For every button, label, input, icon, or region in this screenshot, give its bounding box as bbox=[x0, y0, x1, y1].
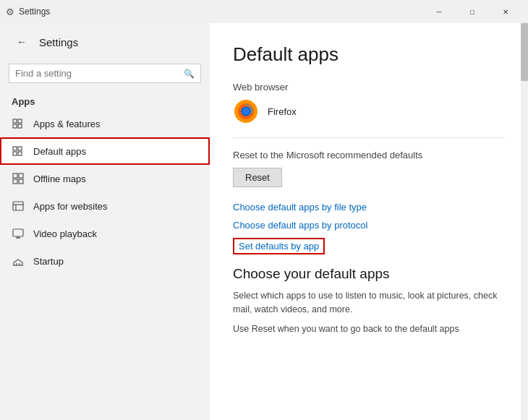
scrollbar-track bbox=[521, 23, 528, 420]
svg-rect-3 bbox=[18, 124, 22, 128]
minimize-button[interactable]: ─ bbox=[422, 0, 456, 23]
scrollbar-thumb[interactable] bbox=[521, 23, 528, 81]
sidebar-section-label: Apps bbox=[0, 92, 210, 110]
svg-rect-5 bbox=[13, 152, 17, 155]
back-button[interactable]: ← bbox=[12, 32, 32, 52]
svg-rect-7 bbox=[18, 152, 22, 155]
description-2: Use Reset when you want to go back to th… bbox=[233, 322, 505, 336]
choose-heading: Choose your default apps bbox=[233, 266, 505, 282]
svg-rect-11 bbox=[19, 179, 23, 184]
main-layout: ← Settings 🔍 Apps Apps & features bbox=[0, 23, 528, 420]
svg-rect-0 bbox=[13, 119, 17, 123]
svg-point-24 bbox=[242, 108, 250, 115]
sidebar-item-label-offline-maps: Offline maps bbox=[33, 173, 86, 184]
page-title: Default apps bbox=[233, 43, 505, 66]
sidebar-item-apps-websites[interactable]: Apps for websites bbox=[0, 192, 210, 220]
sidebar: ← Settings 🔍 Apps Apps & features bbox=[0, 23, 210, 420]
link-file-type[interactable]: Choose default apps by file type bbox=[233, 202, 505, 213]
offline-maps-icon bbox=[12, 172, 25, 185]
settings-icon: ⚙ bbox=[6, 7, 14, 17]
sidebar-title: Settings bbox=[39, 36, 78, 48]
firefox-app-row[interactable]: Firefox bbox=[233, 98, 505, 124]
svg-rect-12 bbox=[13, 202, 23, 210]
sidebar-item-label-apps-features: Apps & features bbox=[33, 119, 101, 129]
svg-rect-2 bbox=[18, 119, 22, 123]
link-protocol[interactable]: Choose default apps by protocol bbox=[233, 220, 505, 231]
startup-icon bbox=[12, 254, 25, 267]
link-set-defaults[interactable]: Set defaults by app bbox=[233, 238, 325, 254]
reset-label: Reset to the Microsoft recommended defau… bbox=[233, 150, 505, 160]
titlebar: ⚙ Settings ─ □ ✕ bbox=[0, 0, 528, 23]
apps-websites-icon bbox=[12, 200, 25, 213]
svg-rect-10 bbox=[13, 179, 17, 184]
reset-button[interactable]: Reset bbox=[233, 168, 282, 187]
search-icon: 🔍 bbox=[184, 69, 195, 79]
sidebar-item-video-playback[interactable]: Video playback bbox=[0, 220, 210, 247]
content-area: Default apps Web browser Firefox Reset t… bbox=[210, 23, 528, 420]
svg-rect-4 bbox=[13, 147, 17, 150]
titlebar-controls: ─ □ ✕ bbox=[422, 0, 522, 23]
sidebar-item-default-apps[interactable]: Default apps bbox=[0, 137, 210, 165]
web-browser-label: Web browser bbox=[233, 82, 505, 93]
sidebar-item-label-video-playback: Video playback bbox=[33, 228, 97, 239]
svg-rect-6 bbox=[18, 147, 22, 150]
firefox-label: Firefox bbox=[268, 106, 297, 117]
sidebar-item-apps-features[interactable]: Apps & features bbox=[0, 110, 210, 137]
sidebar-item-label-default-apps: Default apps bbox=[33, 146, 86, 157]
close-button[interactable]: ✕ bbox=[489, 0, 522, 23]
sidebar-item-label-startup: Startup bbox=[33, 256, 64, 267]
search-box[interactable]: 🔍 bbox=[9, 64, 201, 83]
sidebar-item-offline-maps[interactable]: Offline maps bbox=[0, 165, 210, 192]
maximize-button[interactable]: □ bbox=[456, 0, 489, 23]
sidebar-header: ← Settings bbox=[0, 23, 210, 61]
svg-rect-9 bbox=[19, 173, 23, 178]
apps-features-icon bbox=[12, 117, 25, 130]
firefox-icon bbox=[233, 98, 259, 124]
svg-rect-1 bbox=[13, 124, 17, 128]
titlebar-title: Settings bbox=[19, 7, 422, 17]
description-1: Select which apps to use to listen to mu… bbox=[233, 289, 505, 317]
sidebar-item-startup[interactable]: Startup bbox=[0, 247, 210, 275]
search-input[interactable] bbox=[15, 68, 184, 79]
svg-rect-8 bbox=[13, 173, 17, 178]
video-playback-icon bbox=[12, 227, 25, 240]
svg-rect-15 bbox=[13, 229, 23, 236]
sidebar-item-label-apps-websites: Apps for websites bbox=[33, 201, 108, 212]
divider-1 bbox=[233, 137, 505, 138]
default-apps-icon bbox=[12, 145, 25, 158]
